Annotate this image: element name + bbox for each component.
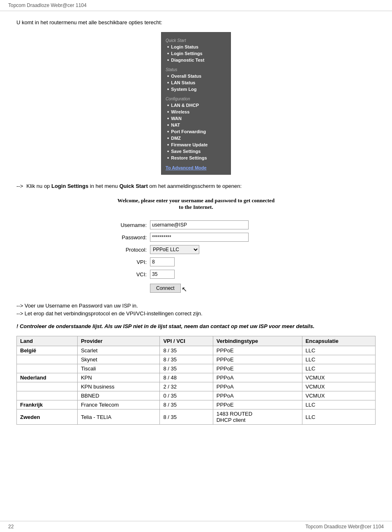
page-footer: 22 Topcom Draadloze Webr@cer 1104 <box>0 521 392 532</box>
cell-land <box>17 391 78 400</box>
login-form: Username: Password: Protocol: PPPoE LLC … <box>110 220 282 294</box>
isp-table: Land Provider VPI / VCI Verbindingstype … <box>16 336 376 425</box>
footer-page-number: 22 <box>8 524 14 530</box>
table-row: BelgiëScarlet8 / 35PPPoELLC <box>17 346 376 355</box>
welcome-line1: Welcome, please enter your username and … <box>16 197 376 204</box>
cell-land: Nederland <box>17 373 78 382</box>
cell-encapsulatie: VCMUX <box>302 391 375 400</box>
cell-verbindingstype: 1483 ROUTED DHCP client <box>213 409 302 425</box>
instructions: --> Voer uw Username en Password van uw … <box>16 303 376 317</box>
cell-provider: Telia - TELIA <box>77 409 160 425</box>
vci-input[interactable] <box>150 270 175 279</box>
password-input[interactable] <box>150 233 249 242</box>
username-input[interactable] <box>150 220 249 229</box>
menu-section-quickstart: Quick Start <box>161 36 231 44</box>
vpi-input[interactable] <box>150 257 175 266</box>
instruction-2: --> Let erop dat het verbindingsprotocol… <box>16 310 376 317</box>
main-content: U komt in het routermenu met alle beschi… <box>0 11 392 449</box>
cursor-icon: ↖ <box>182 285 187 293</box>
username-label: Username: <box>110 222 147 228</box>
welcome-box: Welcome, please enter your username and … <box>16 197 376 210</box>
cell-encapsulatie: LLC <box>302 346 375 355</box>
cell-provider: Scarlet <box>77 346 160 355</box>
cell-verbindingstype: PPPoA <box>213 382 302 391</box>
cell-vpi-vci: 8 / 35 <box>160 400 213 409</box>
cell-vpi-vci: 8 / 48 <box>160 373 213 382</box>
cell-encapsulatie: LLC <box>302 409 375 425</box>
cell-verbindingstype: PPPoE <box>213 355 302 364</box>
cell-provider: KPN <box>77 373 160 382</box>
username-row: Username: <box>110 220 282 229</box>
vpi-label: VPI: <box>110 259 147 265</box>
table-row: ZwedenTelia - TELIA8 / 351483 ROUTED DHC… <box>17 409 376 425</box>
footer-title: Topcom Draadloze Webr@cer 1104 <box>305 524 384 530</box>
connect-button[interactable]: Connect <box>150 284 181 293</box>
menu-item-nat: NAT <box>161 122 231 128</box>
cell-land: Zweden <box>17 409 78 425</box>
cell-vpi-vci: 2 / 32 <box>160 382 213 391</box>
col-header-provider: Provider <box>77 336 160 346</box>
cell-verbindingstype: PPPoA <box>213 373 302 382</box>
cell-provider: France Telecom <box>77 400 160 409</box>
cell-verbindingstype: PPPoE <box>213 400 302 409</box>
cell-vpi-vci: 0 / 35 <box>160 391 213 400</box>
protocol-label: Protocol: <box>110 247 147 253</box>
password-label: Password: <box>110 234 147 241</box>
vpi-row: VPI: <box>110 257 282 266</box>
cell-encapsulatie: VCMUX <box>302 382 375 391</box>
menu-item-save-settings: Save Settings <box>161 148 231 155</box>
col-header-vpi-vci: VPI / VCI <box>160 336 213 346</box>
protocol-select[interactable]: PPPoE LLC PPPoA LLC PPPoA VCMUX <box>150 245 199 254</box>
menu-item-diagnostic-test: Diagnostic Test <box>161 57 231 63</box>
header-title: Topcom Draadloze Webr@cer 1104 <box>8 2 87 8</box>
menu-item-firmware-update: Firmware Update <box>161 141 231 148</box>
cell-provider: Skynet <box>77 355 160 364</box>
protocol-row: Protocol: PPPoE LLC PPPoA LLC PPPoA VCMU… <box>110 245 282 254</box>
col-header-encapsulatie: Encapsulatie <box>302 336 375 346</box>
cell-encapsulatie: VCMUX <box>302 373 375 382</box>
table-row: BBNED0 / 35PPPoAVCMUX <box>17 391 376 400</box>
menu-section-configuration: Configuration <box>161 94 231 102</box>
menu-item-overall-status: Overall Status <box>161 73 231 79</box>
cell-encapsulatie: LLC <box>302 364 375 373</box>
menu-item-wan: WAN <box>161 115 231 122</box>
menu-item-login-settings: Login Settings <box>161 50 231 57</box>
cell-verbindingstype: PPPoE <box>213 346 302 355</box>
cell-land <box>17 364 78 373</box>
col-header-verbindingstype: Verbindingstype <box>213 336 302 346</box>
menu-item-restore-settings: Restore Settings <box>161 155 231 161</box>
warning-text: ! Controleer de onderstaande lijst. Als … <box>16 323 376 329</box>
connect-row: Connect ↖ <box>110 284 282 294</box>
welcome-line2: to the Internet. <box>16 204 376 210</box>
cell-land <box>17 355 78 364</box>
menu-item-lan-status: LAN Status <box>161 79 231 86</box>
router-menu: Quick Start Login Status Login Settings … <box>161 32 231 175</box>
table-row: Tiscali8 / 35PPPoELLC <box>17 364 376 373</box>
table-row: KPN business2 / 32PPPoAVCMUX <box>17 382 376 391</box>
menu-item-login-status: Login Status <box>161 44 231 50</box>
menu-advanced-mode-link: To Advanced Mode <box>161 163 231 171</box>
cell-land: Frankrijk <box>17 400 78 409</box>
cell-encapsulatie: LLC <box>302 355 375 364</box>
table-row: Skynet8 / 35PPPoELLC <box>17 355 376 364</box>
cell-encapsulatie: LLC <box>302 400 375 409</box>
cell-land <box>17 382 78 391</box>
instruction-1: --> Voer uw Username en Password van uw … <box>16 303 376 309</box>
menu-item-lan-dhcp: LAN & DHCP <box>161 102 231 109</box>
table-row: NederlandKPN8 / 48PPPoAVCMUX <box>17 373 376 382</box>
cell-vpi-vci: 8 / 35 <box>160 355 213 364</box>
vci-label: VCI: <box>110 271 147 278</box>
page-header: Topcom Draadloze Webr@cer 1104 <box>0 0 392 11</box>
menu-item-dmz: DMZ <box>161 135 231 141</box>
cell-verbindingstype: PPPoE <box>213 364 302 373</box>
cell-provider: BBNED <box>77 391 160 400</box>
menu-item-port-forwarding: Port Forwarding <box>161 128 231 135</box>
cell-vpi-vci: 8 / 35 <box>160 364 213 373</box>
col-header-land: Land <box>17 336 78 346</box>
menu-section-status: Status <box>161 65 231 73</box>
cell-verbindingstype: PPPoA <box>213 391 302 400</box>
menu-item-system-log: System Log <box>161 86 231 93</box>
cell-provider: KPN business <box>77 382 160 391</box>
arrow-instruction: --> Klik nu op Login Settings in het men… <box>16 183 376 189</box>
cell-land: België <box>17 346 78 355</box>
